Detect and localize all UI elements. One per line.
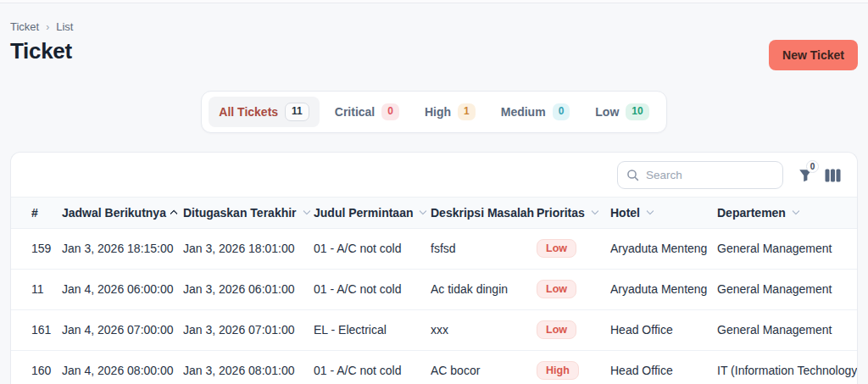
new-ticket-button[interactable]: New Ticket xyxy=(769,40,858,70)
breadcrumb-separator-icon: › xyxy=(46,21,49,33)
priority-badge: Low xyxy=(537,239,576,258)
cell-hotel: Head Office xyxy=(610,364,717,377)
column-header-judul-permintaan[interactable]: Judul Permintaan xyxy=(314,206,431,220)
filter-count-badge: 0 xyxy=(806,160,819,173)
cell-deskripsi: AC bocor xyxy=(431,364,537,377)
cell-ditugaskan: Jan 3, 2026 18:01:00 xyxy=(183,242,314,255)
tab-critical[interactable]: Critical 0 xyxy=(325,97,409,126)
table-row[interactable]: 159 Jan 3, 2026 18:15:00 Jan 3, 2026 18:… xyxy=(11,229,857,270)
column-header-jadwal-berikutnya[interactable]: Jadwal Berikutnya xyxy=(62,206,183,220)
tab-low[interactable]: Low 10 xyxy=(585,97,659,126)
cell-jadwal: Jan 4, 2026 06:00:00 xyxy=(62,282,183,296)
cell-id: 11 xyxy=(31,282,62,296)
tab-medium[interactable]: Medium 0 xyxy=(491,97,581,126)
filter-tabs-container: All Tickets 11 Critical 0 High 1 Medium … xyxy=(10,91,858,133)
breadcrumb-list[interactable]: List xyxy=(56,20,73,33)
table-row[interactable]: 161 Jan 4, 2026 07:00:00 Jan 3, 2026 07:… xyxy=(11,310,857,351)
priority-badge: Low xyxy=(537,280,576,298)
tab-critical-label: Critical xyxy=(335,105,375,119)
chevron-down-icon xyxy=(646,207,654,215)
page-header: Ticket New Ticket xyxy=(10,38,858,70)
column-header-id-label: # xyxy=(31,206,38,220)
cell-deskripsi: fsfsd xyxy=(431,242,537,255)
column-header-departemen-label: Departemen xyxy=(717,206,786,220)
cell-jadwal: Jan 4, 2026 08:00:00 xyxy=(62,364,183,377)
column-header-prioritas[interactable]: Prioritas xyxy=(537,206,610,220)
tab-all-tickets[interactable]: All Tickets 11 xyxy=(209,97,319,127)
search-icon xyxy=(626,169,639,181)
table-row[interactable]: 160 Jan 4, 2026 08:00:00 Jan 3, 2026 08:… xyxy=(11,351,857,384)
tab-medium-label: Medium xyxy=(501,105,546,119)
cell-deskripsi: Ac tidak dingin xyxy=(431,282,537,296)
tab-medium-count-badge: 0 xyxy=(553,103,570,120)
cell-ditugaskan: Jan 3, 2026 08:01:00 xyxy=(183,364,314,377)
chevron-down-icon xyxy=(419,207,427,215)
cell-departemen: IT (Information Technology) Div xyxy=(717,364,857,377)
ticket-table-card: 0 # Jadwal Berikutnya Ditu xyxy=(10,152,858,384)
cell-prioritas: Low xyxy=(537,280,610,298)
tab-high[interactable]: High 1 xyxy=(415,97,486,126)
cell-hotel: Head Office xyxy=(610,323,717,337)
cell-hotel: Aryaduta Menteng xyxy=(610,282,717,296)
filter-tabs: All Tickets 11 Critical 0 High 1 Medium … xyxy=(201,91,666,133)
tab-low-count-badge: 10 xyxy=(626,103,648,120)
cell-id: 159 xyxy=(31,242,62,255)
column-header-ditugaskan-terakhir[interactable]: Ditugaskan Terakhir xyxy=(183,206,314,220)
filter-button[interactable]: 0 xyxy=(798,164,813,186)
column-header-id[interactable]: # xyxy=(31,206,62,220)
page-title: Ticket xyxy=(10,38,72,64)
cell-id: 161 xyxy=(31,323,62,337)
cell-departemen: General Management xyxy=(717,282,857,296)
priority-badge: High xyxy=(537,361,579,380)
cell-deskripsi: xxx xyxy=(431,323,537,337)
columns-icon xyxy=(825,169,842,182)
column-header-judul-label: Judul Permintaan xyxy=(314,206,413,220)
column-header-deskripsi-label: Deskripsi Masalah xyxy=(431,206,534,220)
cell-judul: 01 - A/C not cold xyxy=(314,364,431,377)
top-edge-divider xyxy=(0,0,868,3)
tab-critical-count-badge: 0 xyxy=(381,103,399,120)
cell-prioritas: High xyxy=(537,361,610,380)
cell-jadwal: Jan 3, 2026 18:15:00 xyxy=(62,242,183,255)
table-row[interactable]: 11 Jan 4, 2026 06:00:00 Jan 3, 2026 06:0… xyxy=(11,270,857,310)
chevron-down-icon xyxy=(792,207,800,215)
chevron-down-icon xyxy=(591,207,599,215)
tab-high-count-badge: 1 xyxy=(458,103,476,120)
column-header-deskripsi-masalah[interactable]: Deskripsi Masalah xyxy=(431,206,537,220)
cell-departemen: General Management xyxy=(717,323,857,337)
cell-hotel: Aryaduta Menteng xyxy=(610,242,717,255)
toolbar-icons: 0 xyxy=(798,164,842,186)
priority-badge: Low xyxy=(537,320,576,339)
column-header-ditugaskan-label: Ditugaskan Terakhir xyxy=(183,206,297,220)
cell-ditugaskan: Jan 3, 2026 07:01:00 xyxy=(183,323,314,337)
column-header-jadwal-label: Jadwal Berikutnya xyxy=(62,206,166,220)
cell-prioritas: Low xyxy=(537,320,610,339)
tab-all-tickets-count-badge: 11 xyxy=(285,103,309,121)
chevron-down-icon xyxy=(303,207,311,215)
table-toolbar: 0 xyxy=(11,153,857,197)
cell-ditugaskan: Jan 3, 2026 06:01:00 xyxy=(183,282,314,296)
column-header-prioritas-label: Prioritas xyxy=(537,206,585,220)
sort-asc-icon xyxy=(170,209,178,218)
cell-jadwal: Jan 4, 2026 07:00:00 xyxy=(62,323,183,337)
breadcrumb: Ticket › List xyxy=(10,20,858,33)
breadcrumb-ticket[interactable]: Ticket xyxy=(10,20,39,33)
tab-all-tickets-label: All Tickets xyxy=(219,105,278,119)
cell-judul: EL - Electrical xyxy=(314,323,431,337)
column-header-departemen[interactable]: Departemen xyxy=(717,206,857,220)
cell-judul: 01 - A/C not cold xyxy=(314,282,431,296)
search-input[interactable] xyxy=(646,169,774,181)
cell-judul: 01 - A/C not cold xyxy=(314,242,431,255)
column-header-hotel[interactable]: Hotel xyxy=(610,206,717,220)
tab-high-label: High xyxy=(425,105,451,119)
search-box[interactable] xyxy=(617,161,783,189)
tab-low-label: Low xyxy=(595,105,619,119)
cell-departemen: General Management xyxy=(717,242,857,255)
table-header-row: # Jadwal Berikutnya Ditugaskan Terakhir … xyxy=(11,197,857,229)
column-header-hotel-label: Hotel xyxy=(610,206,640,220)
cell-id: 160 xyxy=(31,364,62,377)
ticket-page: Ticket › List Ticket New Ticket All Tick… xyxy=(0,20,868,384)
cell-prioritas: Low xyxy=(537,239,610,258)
columns-button[interactable] xyxy=(825,164,842,186)
